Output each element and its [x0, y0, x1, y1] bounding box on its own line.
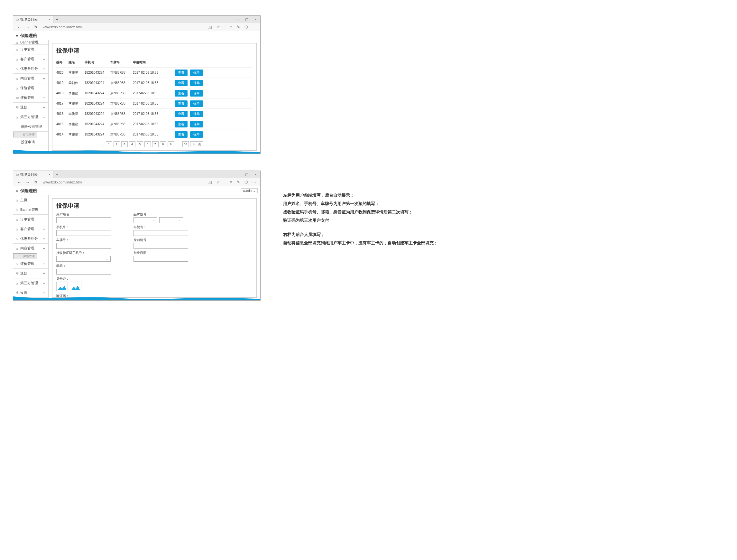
- sidebar-item[interactable]: ✻退款+: [13, 103, 48, 112]
- favorite-icon[interactable]: ☆: [217, 180, 220, 184]
- reload-icon[interactable]: ↻: [34, 25, 37, 29]
- sidebar-item[interactable]: ⌂客户管理+: [13, 54, 48, 64]
- sidebar-item[interactable]: ⌂保险管理: [13, 83, 48, 93]
- input-plate[interactable]: [56, 243, 111, 249]
- page-number[interactable]: 9: [168, 141, 174, 147]
- share-icon[interactable]: ⬡: [245, 180, 248, 184]
- menu-icon[interactable]: ≡: [16, 188, 18, 193]
- policy-button[interactable]: 保单: [190, 111, 203, 117]
- sidebar-item[interactable]: ⌂主页: [13, 195, 48, 205]
- maximize-button[interactable]: ▢: [242, 173, 251, 177]
- more-icon[interactable]: ⋯: [252, 180, 256, 184]
- forward-icon[interactable]: →: [26, 25, 30, 29]
- input-vcode-phone[interactable]: [56, 256, 101, 262]
- policy-button[interactable]: 保单: [190, 131, 203, 138]
- expand-icon[interactable]: +: [43, 227, 45, 232]
- sidebar-item[interactable]: ⌂Banner管理: [13, 205, 48, 215]
- note-icon[interactable]: ✎: [237, 180, 240, 184]
- expand-icon[interactable]: +: [43, 76, 45, 81]
- browser-tab[interactable]: ▭管理员列表×: [13, 16, 53, 23]
- url-text[interactable]: www.bxlp.com/index.html: [43, 25, 83, 29]
- view-button[interactable]: 查看: [175, 90, 188, 97]
- expand-icon[interactable]: +: [43, 261, 45, 266]
- reload-icon[interactable]: ↻: [34, 180, 37, 184]
- sidebar-item[interactable]: ⌂优惠券积分+: [13, 64, 48, 74]
- sidebar-item[interactable]: ⌂内容管理+: [13, 74, 48, 83]
- expand-icon[interactable]: +: [43, 57, 45, 62]
- hub-icon[interactable]: ≡: [230, 180, 232, 184]
- sidebar-item[interactable]: ⌂评价管理+: [13, 259, 48, 269]
- idcard-front-image[interactable]: [56, 282, 68, 291]
- hub-icon[interactable]: ≡: [230, 25, 232, 29]
- reader-icon[interactable]: ▯▯: [208, 25, 212, 29]
- sidebar-item[interactable]: ⌂第三方管理+: [13, 278, 48, 288]
- sidebar-item[interactable]: ⌂订单管理: [13, 215, 48, 224]
- minimize-button[interactable]: —: [233, 173, 242, 177]
- more-icon[interactable]: ⋯: [252, 25, 256, 29]
- view-button[interactable]: 查看: [175, 121, 188, 127]
- close-window-button[interactable]: ×: [251, 173, 260, 177]
- view-button[interactable]: 查看: [175, 111, 188, 117]
- sidebar-item[interactable]: ⌂第三方管理−: [13, 112, 48, 122]
- page-number[interactable]: 4: [129, 141, 135, 147]
- page-number[interactable]: 1: [106, 141, 112, 147]
- expand-icon[interactable]: +: [43, 105, 45, 110]
- input-firstreg[interactable]: [134, 256, 188, 262]
- view-button[interactable]: 查看: [175, 131, 188, 138]
- sidebar-item[interactable]: ⌂保险管理: [13, 253, 37, 259]
- input-email[interactable]: [56, 269, 111, 275]
- menu-icon[interactable]: ≡: [16, 33, 18, 38]
- input-username[interactable]: [56, 217, 111, 223]
- input-phone[interactable]: [56, 230, 111, 236]
- minimize-button[interactable]: —: [233, 17, 242, 22]
- forward-icon[interactable]: →: [26, 180, 30, 184]
- sidebar-subitem[interactable]: 保险公司管理: [13, 122, 48, 132]
- policy-button[interactable]: 保单: [190, 121, 203, 127]
- view-button[interactable]: 查看: [175, 100, 188, 107]
- sidebar-item[interactable]: ⌂优惠券积分+: [13, 234, 48, 244]
- back-icon[interactable]: ←: [17, 25, 21, 29]
- page-number[interactable]: 50: [182, 141, 189, 147]
- page-next[interactable]: 下一页: [190, 141, 203, 147]
- expand-icon[interactable]: +: [43, 271, 45, 276]
- tab-close-icon[interactable]: ×: [49, 173, 51, 176]
- policy-button[interactable]: 保单: [190, 80, 203, 86]
- input-engine[interactable]: [134, 243, 188, 249]
- page-number[interactable]: 6: [145, 141, 151, 147]
- policy-button[interactable]: 保单: [190, 100, 203, 107]
- sidebar-item[interactable]: ⌂订单管理: [13, 45, 48, 54]
- vcode-phone-select[interactable]: ⌄: [101, 256, 111, 262]
- note-icon[interactable]: ✎: [237, 25, 240, 29]
- expand-icon[interactable]: +: [43, 66, 45, 71]
- sidebar-item[interactable]: ⌂内容管理+: [13, 244, 48, 253]
- browser-tab[interactable]: ▭管理员列表×: [13, 171, 53, 178]
- sidebar-item[interactable]: ▭评价管理+: [13, 93, 48, 103]
- idcard-back-image[interactable]: [70, 282, 81, 291]
- expand-icon[interactable]: +: [43, 281, 45, 286]
- page-number[interactable]: 3: [121, 141, 128, 147]
- input-vin[interactable]: [134, 230, 188, 236]
- view-button[interactable]: 查看: [175, 80, 188, 86]
- policy-button[interactable]: 保单: [190, 70, 203, 76]
- policy-button[interactable]: 保单: [190, 90, 203, 97]
- page-number[interactable]: 5: [137, 141, 143, 147]
- view-button[interactable]: 查看: [175, 70, 188, 76]
- expand-icon[interactable]: +: [43, 236, 45, 241]
- expand-icon[interactable]: −: [43, 115, 45, 120]
- page-number[interactable]: 8: [160, 141, 166, 147]
- sidebar-subitem[interactable]: ETC申请: [13, 132, 37, 137]
- new-tab-button[interactable]: +: [53, 17, 61, 21]
- expand-icon[interactable]: +: [43, 246, 45, 251]
- sidebar-item-cut[interactable]: ⌂Banner管理: [13, 40, 48, 45]
- sidebar-subitem[interactable]: 投保申请: [13, 137, 48, 147]
- share-icon[interactable]: ⬡: [245, 25, 248, 29]
- new-tab-button[interactable]: +: [53, 173, 61, 176]
- tab-close-icon[interactable]: ×: [49, 17, 51, 21]
- expand-icon[interactable]: +: [43, 95, 45, 100]
- page-number[interactable]: 7: [152, 141, 159, 147]
- favorite-icon[interactable]: ☆: [217, 25, 220, 29]
- back-icon[interactable]: ←: [17, 180, 21, 184]
- brand-select-2[interactable]: ⌄: [159, 217, 183, 223]
- close-window-button[interactable]: ×: [251, 17, 260, 22]
- maximize-button[interactable]: ▢: [242, 17, 251, 22]
